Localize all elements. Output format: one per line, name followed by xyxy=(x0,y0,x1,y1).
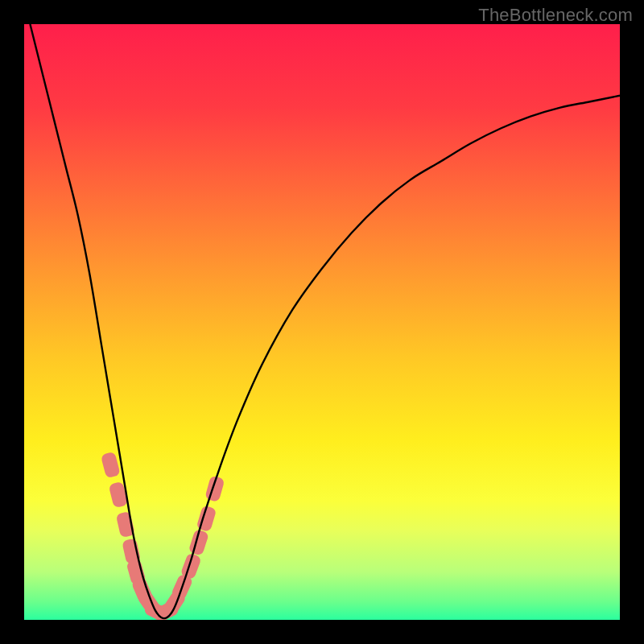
chart-frame: TheBottleneck.com xyxy=(0,0,644,644)
background-gradient xyxy=(24,24,620,620)
svg-rect-0 xyxy=(24,24,620,620)
watermark-text: TheBottleneck.com xyxy=(478,5,633,26)
plot-area xyxy=(24,24,620,620)
